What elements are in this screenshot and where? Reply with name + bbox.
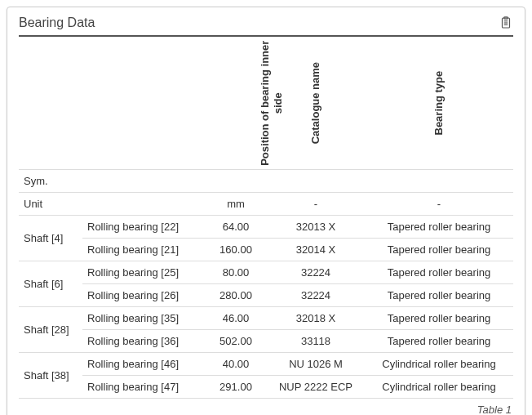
position-cell: 80.00 (205, 261, 267, 284)
table-row: Shaft [6] Rolling bearing [25] 80.00 322… (19, 261, 513, 284)
position-cell: 64.00 (205, 216, 267, 239)
type-cell: Cylindrical roller bearing (365, 376, 513, 399)
type-cell: Tapered roller bearing (365, 330, 513, 353)
col-header-type: Bearing type (365, 37, 513, 170)
unit-type: - (365, 193, 513, 216)
shaft-cell: Shaft [6] (19, 261, 82, 307)
position-cell: 46.00 (205, 307, 267, 330)
catalogue-cell: 32014 X (267, 239, 365, 261)
panel-header: Bearing Data (19, 16, 513, 37)
position-cell: 502.00 (205, 330, 267, 353)
shaft-cell: Shaft [38] (19, 353, 82, 399)
bearing-cell: Rolling bearing [36] (82, 330, 205, 353)
sym-catalogue (267, 170, 365, 193)
bearing-cell: Rolling bearing [22] (82, 216, 205, 239)
table-row: Shaft [38] Rolling bearing [46] 40.00 NU… (19, 353, 513, 376)
position-cell: 280.00 (205, 284, 267, 307)
bearing-cell: Rolling bearing [46] (82, 353, 205, 376)
catalogue-cell: NUP 2222 ECP (267, 376, 365, 399)
type-cell: Tapered roller bearing (365, 239, 513, 261)
bearing-cell: Rolling bearing [26] (82, 284, 205, 307)
unit-label: Unit (19, 193, 205, 216)
unit-row: Unit mm - - (19, 193, 513, 216)
catalogue-cell: 33118 (267, 330, 365, 353)
type-cell: Tapered roller bearing (365, 307, 513, 330)
column-header-row: Position of bearing inner side Catalogue… (19, 37, 513, 170)
unit-catalogue: - (267, 193, 365, 216)
catalogue-cell: 32018 X (267, 307, 365, 330)
shaft-cell: Shaft [4] (19, 216, 82, 261)
bearing-cell: Rolling bearing [35] (82, 307, 205, 330)
shaft-cell: Shaft [28] (19, 307, 82, 353)
col-header-blank-2 (82, 37, 205, 170)
position-cell: 160.00 (205, 239, 267, 261)
panel-title: Bearing Data (19, 16, 95, 30)
table-row: Shaft [28] Rolling bearing [35] 46.00 32… (19, 307, 513, 330)
catalogue-cell: 32013 X (267, 216, 365, 239)
table-row: Rolling bearing [26] 280.00 32224 Tapere… (19, 284, 513, 307)
sym-type (365, 170, 513, 193)
sym-position (205, 170, 267, 193)
col-header-position: Position of bearing inner side (205, 37, 267, 170)
type-cell: Cylindrical roller bearing (365, 353, 513, 376)
bearing-cell: Rolling bearing [47] (82, 376, 205, 399)
sym-label: Sym. (19, 170, 205, 193)
col-header-blank-1 (19, 37, 82, 170)
table-row: Rolling bearing [21] 160.00 32014 X Tape… (19, 239, 513, 261)
type-cell: Tapered roller bearing (365, 216, 513, 239)
type-cell: Tapered roller bearing (365, 261, 513, 284)
table-row: Shaft [4] Rolling bearing [22] 64.00 320… (19, 216, 513, 239)
clipboard-icon[interactable] (499, 16, 513, 30)
sym-row: Sym. (19, 170, 513, 193)
bearing-table: Position of bearing inner side Catalogue… (19, 37, 513, 399)
catalogue-cell: NU 1026 M (267, 353, 365, 376)
bearing-cell: Rolling bearing [21] (82, 239, 205, 261)
bearing-data-panel: Bearing Data Position of bearing inner s… (7, 7, 525, 415)
catalogue-cell: 32224 (267, 284, 365, 307)
position-cell: 40.00 (205, 353, 267, 376)
position-cell: 291.00 (205, 376, 267, 399)
bearing-cell: Rolling bearing [25] (82, 261, 205, 284)
table-caption: Table 1 (19, 399, 513, 415)
catalogue-cell: 32224 (267, 261, 365, 284)
unit-position: mm (205, 193, 267, 216)
table-row: Rolling bearing [36] 502.00 33118 Tapere… (19, 330, 513, 353)
type-cell: Tapered roller bearing (365, 284, 513, 307)
table-row: Rolling bearing [47] 291.00 NUP 2222 ECP… (19, 376, 513, 399)
